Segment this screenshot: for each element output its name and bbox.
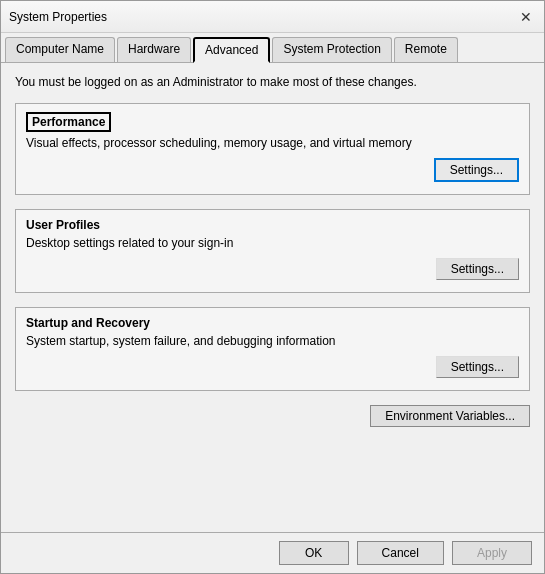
footer: OK Cancel Apply <box>1 532 544 573</box>
tab-advanced[interactable]: Advanced <box>193 37 270 63</box>
user-profiles-settings-button[interactable]: Settings... <box>436 258 519 280</box>
user-profiles-section: User Profiles Desktop settings related t… <box>15 209 530 293</box>
tab-computer-name[interactable]: Computer Name <box>5 37 115 62</box>
startup-recovery-desc: System startup, system failure, and debu… <box>26 334 519 348</box>
performance-btn-row: Settings... <box>26 158 519 182</box>
tab-remote[interactable]: Remote <box>394 37 458 62</box>
ok-button[interactable]: OK <box>279 541 349 565</box>
performance-section: Performance Visual effects, processor sc… <box>15 103 530 195</box>
startup-recovery-btn-row: Settings... <box>26 356 519 378</box>
startup-recovery-section: Startup and Recovery System startup, sys… <box>15 307 530 391</box>
title-bar: System Properties ✕ <box>1 1 544 33</box>
info-message: You must be logged on as an Administrato… <box>15 75 530 89</box>
startup-recovery-section-title: Startup and Recovery <box>26 316 519 330</box>
performance-settings-button[interactable]: Settings... <box>434 158 519 182</box>
performance-section-title: Performance <box>26 112 111 132</box>
user-profiles-desc: Desktop settings related to your sign-in <box>26 236 519 250</box>
tab-bar: Computer Name Hardware Advanced System P… <box>1 33 544 63</box>
cancel-button[interactable]: Cancel <box>357 541 444 565</box>
tab-content: You must be logged on as an Administrato… <box>1 63 544 532</box>
system-properties-window: System Properties ✕ Computer Name Hardwa… <box>0 0 545 574</box>
user-profiles-btn-row: Settings... <box>26 258 519 280</box>
env-variables-row: Environment Variables... <box>15 405 530 427</box>
window-title: System Properties <box>9 10 107 24</box>
tab-system-protection[interactable]: System Protection <box>272 37 391 62</box>
startup-recovery-settings-button[interactable]: Settings... <box>436 356 519 378</box>
performance-desc: Visual effects, processor scheduling, me… <box>26 136 519 150</box>
user-profiles-section-title: User Profiles <box>26 218 519 232</box>
tab-hardware[interactable]: Hardware <box>117 37 191 62</box>
apply-button[interactable]: Apply <box>452 541 532 565</box>
environment-variables-button[interactable]: Environment Variables... <box>370 405 530 427</box>
close-button[interactable]: ✕ <box>516 7 536 27</box>
